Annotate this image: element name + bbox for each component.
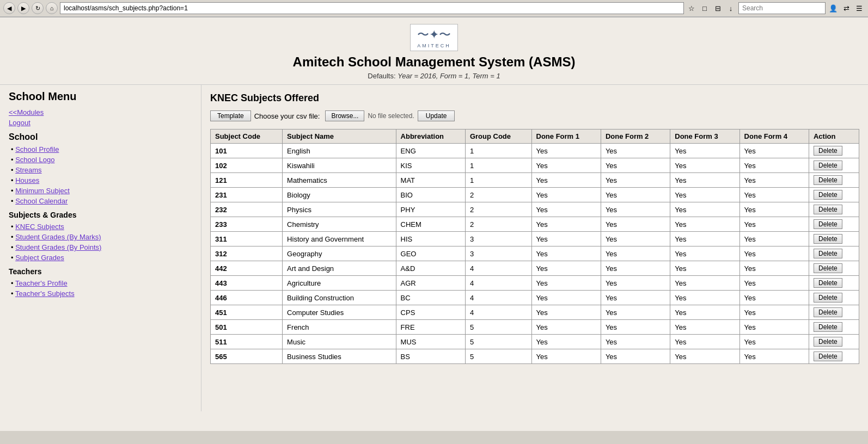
table-row: 442 Art and Design A&D 4 Yes Yes Yes Yes… (211, 261, 859, 276)
cell-group: 3 (465, 232, 531, 246)
browse-button[interactable]: Browse... (325, 110, 364, 121)
sidebar-item-school-calendar[interactable]: School Calendar (11, 197, 192, 205)
home-button[interactable]: ⌂ (46, 2, 58, 14)
no-file-text: No file selected. (368, 112, 414, 120)
cell-name: Business Studies (283, 349, 396, 364)
cell-name: Chemistry (283, 217, 396, 232)
sidebar-item-houses[interactable]: Houses (11, 176, 192, 184)
cell-code: 446 (211, 291, 283, 305)
delete-button[interactable]: Delete (814, 249, 842, 258)
table-row: 233 Chemistry CHEM 2 Yes Yes Yes Yes Del… (211, 217, 859, 232)
cell-df1: Yes (531, 349, 601, 364)
delete-button[interactable]: Delete (814, 278, 842, 288)
cell-action: Delete (809, 261, 859, 276)
knec-subjects-link[interactable]: KNEC Subjects (15, 223, 64, 231)
url-bar[interactable] (60, 2, 684, 14)
cell-code: 501 (211, 320, 283, 335)
cell-abbr: MUS (396, 335, 465, 349)
user-icon[interactable]: 👤 (828, 3, 839, 14)
delete-button[interactable]: Delete (814, 322, 842, 332)
cell-name: Art and Design (283, 261, 396, 276)
cell-group: 2 (465, 188, 531, 202)
cell-df1: Yes (531, 202, 601, 217)
subject-grades-link[interactable]: Subject Grades (15, 254, 64, 262)
school-profile-link[interactable]: School Profile (15, 145, 59, 153)
delete-button[interactable]: Delete (814, 205, 842, 214)
cell-df3: Yes (670, 158, 739, 173)
cell-abbr: GEO (396, 246, 465, 261)
cell-df2: Yes (601, 291, 670, 305)
cell-code: 565 (211, 349, 283, 364)
delete-button[interactable]: Delete (814, 175, 842, 185)
sidebar-item-student-grades-marks[interactable]: Student Grades (By Marks) (11, 233, 192, 241)
search-input[interactable] (738, 2, 826, 14)
cell-df2: Yes (601, 276, 670, 291)
student-grades-points-link[interactable]: Student Grades (By Points) (15, 243, 101, 251)
teachers-menu-list: Teacher's Profile Teacher's Subjects (9, 279, 192, 298)
table-row: 565 Business Studies BS 5 Yes Yes Yes Ye… (211, 349, 859, 364)
update-button[interactable]: Update (418, 110, 455, 121)
sidebar-item-subject-grades[interactable]: Subject Grades (11, 254, 192, 262)
sidebar-item-minimum-subject[interactable]: Minimum Subject (11, 187, 192, 195)
back-button[interactable]: ◀ (3, 2, 15, 14)
school-logo-link[interactable]: School Logo (15, 156, 54, 164)
forward-button[interactable]: ▶ (17, 2, 29, 14)
delete-button[interactable]: Delete (814, 337, 842, 347)
minimum-subject-link[interactable]: Minimum Subject (15, 187, 70, 195)
cell-action: Delete (809, 202, 859, 217)
delete-button[interactable]: Delete (814, 234, 842, 244)
col-header-name: Subject Name (283, 130, 396, 144)
cell-df2: Yes (601, 320, 670, 335)
cell-df4: Yes (739, 261, 809, 276)
sidebar-item-teachers-profile[interactable]: Teacher's Profile (11, 279, 192, 287)
student-grades-marks-link[interactable]: Student Grades (By Marks) (15, 233, 101, 241)
table-row: 231 Biology BIO 2 Yes Yes Yes Yes Delete (211, 188, 859, 202)
cell-abbr: PHY (396, 202, 465, 217)
cell-df4: Yes (739, 335, 809, 349)
modules-link[interactable]: <<Modules (9, 108, 192, 116)
sidebar-item-streams[interactable]: Streams (11, 166, 192, 174)
logout-link[interactable]: Logout (9, 119, 192, 127)
cell-name: Physics (283, 202, 396, 217)
cell-group: 5 (465, 349, 531, 364)
cell-abbr: BIO (396, 188, 465, 202)
delete-button[interactable]: Delete (814, 190, 842, 200)
sidebar-item-teachers-subjects[interactable]: Teacher's Subjects (11, 289, 192, 298)
cell-df3: Yes (670, 202, 739, 217)
cell-df1: Yes (531, 158, 601, 173)
streams-link[interactable]: Streams (15, 166, 41, 174)
template-button[interactable]: Template (210, 110, 251, 121)
refresh-button[interactable]: ↻ (32, 2, 44, 14)
cell-df4: Yes (739, 320, 809, 335)
delete-button[interactable]: Delete (814, 146, 842, 156)
bookmark-icon[interactable]: ☆ (686, 3, 697, 14)
teachers-profile-link[interactable]: Teacher's Profile (15, 279, 68, 287)
sidebar-item-school-profile[interactable]: School Profile (11, 145, 192, 153)
main-layout: School Menu <<Modules Logout School Scho… (0, 85, 868, 411)
delete-button[interactable]: Delete (814, 293, 842, 303)
school-calendar-link[interactable]: School Calendar (15, 197, 68, 205)
cell-df4: Yes (739, 158, 809, 173)
pocket-icon[interactable]: □ (699, 3, 710, 14)
sync-icon[interactable]: ⇄ (841, 3, 852, 14)
cell-df1: Yes (531, 335, 601, 349)
menu-icon[interactable]: ☰ (854, 3, 865, 14)
cell-group: 1 (465, 173, 531, 188)
sidebar-item-school-logo[interactable]: School Logo (11, 156, 192, 164)
sidebar-item-student-grades-points[interactable]: Student Grades (By Points) (11, 243, 192, 251)
cell-code: 233 (211, 217, 283, 232)
bookmark-list-icon[interactable]: ⊟ (712, 3, 723, 14)
delete-button[interactable]: Delete (814, 307, 842, 317)
delete-button[interactable]: Delete (814, 263, 842, 273)
delete-button[interactable]: Delete (814, 219, 842, 229)
table-row: 101 English ENG 1 Yes Yes Yes Yes Delete (211, 144, 859, 158)
teachers-subjects-link[interactable]: Teacher's Subjects (15, 289, 75, 298)
delete-button[interactable]: Delete (814, 351, 842, 361)
cell-df4: Yes (739, 349, 809, 364)
sidebar: School Menu <<Modules Logout School Scho… (0, 85, 201, 411)
cell-df4: Yes (739, 246, 809, 261)
download-icon[interactable]: ↓ (725, 3, 736, 14)
delete-button[interactable]: Delete (814, 161, 842, 170)
sidebar-item-knec-subjects[interactable]: KNEC Subjects (11, 223, 192, 231)
houses-link[interactable]: Houses (15, 176, 39, 184)
